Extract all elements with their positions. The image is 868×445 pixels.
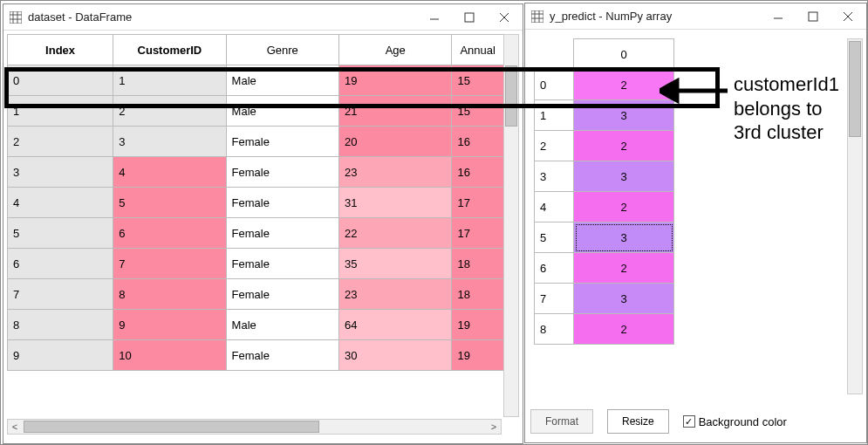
col-0[interactable]: 0 bbox=[574, 39, 674, 70]
svg-rect-9 bbox=[531, 10, 543, 23]
scroll-thumb[interactable] bbox=[24, 421, 319, 433]
arrow-icon bbox=[660, 78, 729, 104]
table-row[interactable]: 12Male2115 bbox=[8, 96, 504, 127]
svg-rect-6 bbox=[465, 13, 474, 22]
bgcolor-label: Background color bbox=[699, 415, 787, 428]
bgcolor-checkbox-wrap[interactable]: ✓ Background color bbox=[683, 415, 787, 428]
table-header-row: Index CustomerID Genre Age Annual bbox=[8, 35, 504, 65]
dataset-table[interactable]: Index CustomerID Genre Age Annual 01Male… bbox=[7, 34, 504, 371]
ypredict-bottom-bar: Format Resize ✓ Background color bbox=[530, 409, 861, 434]
table-row[interactable]: 910Female3019 bbox=[8, 340, 504, 371]
svg-rect-15 bbox=[809, 12, 817, 21]
ypredict-table[interactable]: 0 02 13 22 33 42 53 62 73 82 bbox=[534, 38, 674, 345]
table-row[interactable]: 22 bbox=[535, 131, 674, 161]
minimize-button[interactable] bbox=[425, 8, 444, 27]
table-header-row: 0 bbox=[535, 39, 674, 70]
window-title: dataset - DataFrame bbox=[28, 10, 425, 24]
grid-icon bbox=[9, 10, 23, 24]
format-button[interactable]: Format bbox=[530, 409, 593, 434]
close-button[interactable] bbox=[838, 7, 858, 26]
table-row[interactable]: 33 bbox=[535, 161, 674, 192]
maximize-button[interactable] bbox=[803, 7, 823, 26]
table-row[interactable]: 82 bbox=[535, 314, 674, 345]
svg-rect-0 bbox=[10, 11, 22, 24]
scroll-thumb[interactable] bbox=[505, 65, 517, 127]
dataset-content: Index CustomerID Genre Age Annual 01Male… bbox=[3, 31, 523, 443]
col-index[interactable]: Index bbox=[8, 35, 113, 65]
scroll-left-icon[interactable]: < bbox=[8, 420, 22, 434]
table-row[interactable]: 78Female2318 bbox=[8, 279, 504, 310]
col-genre[interactable]: Genre bbox=[226, 35, 338, 65]
scrollbar-vertical[interactable] bbox=[503, 34, 519, 417]
close-button[interactable] bbox=[495, 8, 514, 27]
table-row[interactable]: 53 bbox=[535, 222, 674, 253]
minimize-button[interactable] bbox=[769, 7, 788, 26]
table-row[interactable]: 42 bbox=[535, 192, 674, 222]
annotation-line: customerId1 bbox=[734, 72, 839, 97]
scrollbar-horizontal[interactable]: < > bbox=[7, 419, 502, 435]
window-title: y_predict - NumPy array bbox=[550, 10, 769, 23]
table-row[interactable]: 02 bbox=[535, 70, 674, 100]
resize-button[interactable]: Resize bbox=[607, 409, 669, 434]
annotation-text: customerId1 belongs to 3rd cluster bbox=[734, 72, 839, 145]
checkbox-icon[interactable]: ✓ bbox=[683, 415, 695, 428]
table-row[interactable]: 67Female3518 bbox=[8, 249, 504, 279]
table-row[interactable]: 62 bbox=[535, 253, 674, 284]
maximize-button[interactable] bbox=[460, 8, 479, 27]
col-age[interactable]: Age bbox=[339, 35, 452, 65]
table-row[interactable]: 89Male6419 bbox=[8, 310, 504, 340]
grid-icon bbox=[530, 10, 544, 24]
table-row[interactable]: 23Female2016 bbox=[8, 127, 504, 157]
table-row[interactable]: 13 bbox=[535, 100, 674, 131]
scrollbar-vertical[interactable] bbox=[847, 38, 863, 394]
scroll-thumb[interactable] bbox=[849, 41, 861, 137]
table-row[interactable]: 34Female2316 bbox=[8, 157, 504, 188]
annotation-line: 3rd cluster bbox=[734, 120, 839, 145]
col-annual[interactable]: Annual bbox=[452, 35, 504, 65]
col-customerid[interactable]: CustomerID bbox=[113, 35, 226, 65]
table-row[interactable]: 73 bbox=[535, 284, 674, 314]
scroll-right-icon[interactable]: > bbox=[487, 420, 501, 434]
table-row[interactable]: 01Male1915 bbox=[8, 65, 504, 96]
dataset-window: dataset - DataFrame Index CustomerID Gen… bbox=[3, 3, 523, 444]
table-row[interactable]: 56Female2217 bbox=[8, 218, 504, 249]
titlebar-dataset[interactable]: dataset - DataFrame bbox=[3, 4, 523, 31]
table-row[interactable]: 45Female3117 bbox=[8, 188, 504, 218]
titlebar-ypredict[interactable]: y_predict - NumPy array bbox=[525, 3, 866, 30]
ypredict-window: y_predict - NumPy array 0 02 13 22 33 42… bbox=[524, 3, 867, 443]
annotation-line: belongs to bbox=[734, 97, 839, 121]
